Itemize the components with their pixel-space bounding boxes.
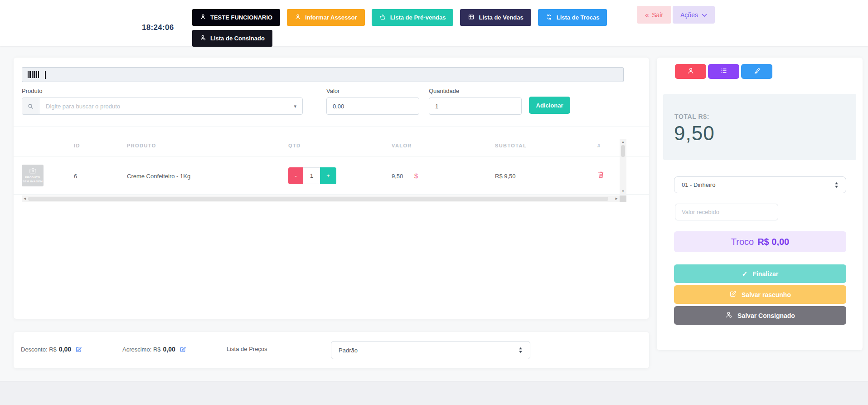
- decrease-qty-button[interactable]: -: [288, 167, 303, 184]
- desconto-group: Desconto: R$ 0,00: [21, 346, 82, 353]
- produto-label: Produto: [22, 88, 43, 94]
- barcode-icon: [28, 71, 40, 78]
- scroll-right-arrow-icon[interactable]: ▶: [616, 197, 618, 200]
- horizontal-scrollbar[interactable]: ◀ ▶: [22, 195, 620, 202]
- edit-acrescimo-icon[interactable]: [179, 346, 186, 353]
- double-chevron-left-icon: «: [645, 11, 649, 18]
- header-button-group: TESTE FUNCIONARIO Informar Assessor List…: [192, 9, 609, 47]
- lista-vendas-label: Lista de Vendas: [479, 14, 523, 21]
- pen-button[interactable]: [741, 64, 772, 79]
- refresh-icon: [546, 14, 553, 22]
- increase-qty-button[interactable]: +: [320, 167, 336, 184]
- total-label: TOTAL R$:: [674, 113, 709, 120]
- valor-value: 0.00: [333, 103, 344, 110]
- scrollbar-corner: [620, 195, 626, 202]
- select-updown-icon: [519, 347, 523, 353]
- qty-value-input[interactable]: 1: [303, 167, 320, 184]
- lista-precos-select[interactable]: Padrão: [331, 341, 530, 359]
- totals-bar: Desconto: R$ 0,00 Acrescimo: R$ 0,00 Lis…: [14, 332, 649, 368]
- troco-value: R$ 0,00: [757, 237, 789, 247]
- clock: 18:24:06: [142, 23, 174, 32]
- sair-label: Sair: [652, 11, 663, 19]
- scroll-down-arrow-icon[interactable]: ▼: [620, 190, 626, 193]
- total-value: 9,50: [674, 122, 715, 145]
- basket-icon: [379, 14, 386, 22]
- edit-price-icon[interactable]: $: [414, 172, 418, 180]
- lista-trocas-button[interactable]: Lista de Trocas: [538, 9, 607, 26]
- quantity-stepper: - 1 +: [288, 167, 336, 184]
- produto-search-select[interactable]: Digite para buscar o produto ▾: [22, 98, 303, 115]
- vertical-scrollbar[interactable]: ▲ ▼: [620, 139, 626, 194]
- payment-method-select[interactable]: 01 - Dinheiro: [674, 176, 846, 193]
- valor-recebido-input[interactable]: Valor recebido: [675, 204, 778, 220]
- check-icon: ✓: [742, 270, 748, 278]
- list-icon: [720, 67, 727, 76]
- acoes-button[interactable]: Ações: [673, 6, 715, 24]
- finalizar-label: Finalizar: [752, 270, 778, 278]
- product-image-placeholder: PRODUTO SEM IMAGEM: [22, 165, 44, 186]
- person-icon: [200, 14, 206, 21]
- payment-method-selected: 01 - Dinheiro: [682, 181, 715, 188]
- lista-pre-vendas-button[interactable]: Lista de Pré-vendas: [372, 9, 454, 26]
- troco-label: Troco: [731, 237, 754, 247]
- person-icon: [295, 14, 301, 21]
- horizontal-scroll-thumb[interactable]: [28, 197, 608, 201]
- salvar-consignado-button[interactable]: Salvar Consignado: [674, 306, 846, 325]
- quantidade-label: Quantidade: [429, 88, 459, 94]
- chevron-down-icon: [702, 11, 707, 19]
- list-button[interactable]: [708, 64, 739, 79]
- acrescimo-group: Acrescimo: R$ 0,00: [122, 346, 186, 353]
- acrescimo-value: 0,00: [163, 346, 175, 353]
- desconto-label: Desconto: R$: [21, 346, 57, 353]
- sale-card: Produto Digite para buscar o produto ▾ V…: [14, 58, 649, 319]
- salvar-rascunho-button[interactable]: Salvar rascunho: [674, 285, 846, 304]
- edit-square-icon: [729, 290, 737, 299]
- scroll-left-arrow-icon[interactable]: ◀: [24, 197, 26, 200]
- col-header-actions: #: [597, 143, 601, 148]
- lista-vendas-button[interactable]: Lista de Vendas: [460, 9, 531, 26]
- person-tag-icon: [725, 311, 732, 320]
- divider: [657, 86, 863, 86]
- acoes-label: Ações: [680, 11, 698, 19]
- adicionar-label: Adicionar: [536, 102, 563, 109]
- scroll-up-arrow-icon[interactable]: ▲: [620, 140, 626, 143]
- sair-button[interactable]: « Sair: [637, 6, 671, 24]
- search-icon: [22, 98, 39, 114]
- barcode-input[interactable]: [22, 67, 624, 82]
- footer-strip: [0, 381, 868, 405]
- col-header-qtd: QTD: [288, 143, 301, 148]
- acrescimo-label: Acrescimo: R$: [122, 346, 161, 353]
- text-cursor: [45, 71, 46, 79]
- checkout-panel: TOTAL R$: 9,50 01 - Dinheiro Valor receb…: [657, 58, 863, 350]
- trash-icon[interactable]: [597, 171, 604, 181]
- highlighter-icon: [753, 67, 761, 76]
- lista-consinado-button[interactable]: Lista de Consinado: [192, 30, 272, 47]
- camera-icon: [29, 167, 36, 176]
- valor-recebido-placeholder: Valor recebido: [682, 209, 719, 215]
- produto-search-placeholder: Digite para buscar o produto: [39, 103, 294, 110]
- lista-consinado-label: Lista de Consinado: [210, 35, 265, 42]
- edit-desconto-icon[interactable]: [75, 346, 82, 353]
- col-header-produto: PRODUTO: [127, 143, 156, 148]
- col-header-id: ID: [74, 143, 80, 148]
- row-subtotal: R$ 9,50: [495, 173, 516, 180]
- col-header-subtotal: SUBTOTAL: [495, 143, 527, 148]
- employee-button[interactable]: TESTE FUNCIONARIO: [192, 9, 280, 26]
- valor-label: Valor: [326, 88, 339, 94]
- valor-input[interactable]: 0.00: [326, 98, 419, 115]
- salvar-rascunho-label: Salvar rascunho: [742, 291, 791, 298]
- salvar-consignado-label: Salvar Consignado: [737, 312, 795, 319]
- lista-precos-selected: Padrão: [339, 347, 358, 354]
- customer-button[interactable]: [675, 64, 706, 79]
- employee-button-label: TESTE FUNCIONARIO: [210, 14, 272, 21]
- person-icon: [687, 67, 694, 76]
- informar-assessor-button[interactable]: Informar Assessor: [287, 9, 364, 26]
- quantidade-input[interactable]: 1: [429, 98, 522, 115]
- finalizar-button[interactable]: ✓ Finalizar: [674, 264, 846, 283]
- table-icon: [468, 14, 475, 22]
- adicionar-button[interactable]: Adicionar: [529, 97, 570, 114]
- total-panel: TOTAL R$: 9,50: [663, 94, 856, 160]
- quantidade-value: 1: [435, 103, 438, 110]
- vertical-scroll-thumb[interactable]: [621, 145, 625, 157]
- lista-pre-vendas-label: Lista de Pré-vendas: [390, 14, 446, 21]
